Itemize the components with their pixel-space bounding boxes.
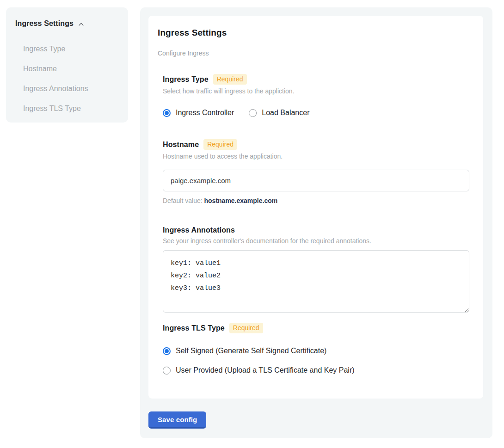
sidebar-item-ingress-annotations[interactable]: Ingress Annotations (23, 79, 119, 99)
radio-option-self-signed[interactable]: Self Signed (Generate Self Signed Certif… (163, 347, 469, 355)
hostname-default-line: Default value: hostname.example.com (163, 197, 469, 204)
sidebar-item-ingress-type[interactable]: Ingress Type (23, 39, 119, 59)
section-ingress-tls-type: Ingress TLS Type Required Self Signed (G… (163, 323, 469, 374)
radio-label: Ingress Controller (176, 109, 234, 117)
tls-type-label-row: Ingress TLS Type Required (163, 323, 469, 333)
page-subtitle: Configure Ingress (158, 49, 469, 57)
default-value-prefix: Default value: (163, 197, 204, 204)
ingress-settings-card: Ingress Settings Configure Ingress Ingre… (148, 16, 483, 399)
sidebar-item-ingress-tls-type[interactable]: Ingress TLS Type (23, 99, 119, 119)
radio-label: Load Balancer (262, 109, 309, 117)
sidebar-item-list: Ingress Type Hostname Ingress Annotation… (23, 39, 119, 119)
annotations-label: Ingress Annotations (163, 226, 235, 234)
radio-selected-icon[interactable] (163, 109, 171, 117)
required-badge: Required (229, 323, 263, 333)
section-hostname: Hostname Required Hostname used to acces… (163, 139, 469, 204)
settings-sidebar: Ingress Settings Ingress Type Hostname I… (6, 7, 128, 123)
annotations-label-row: Ingress Annotations (163, 226, 469, 234)
required-badge: Required (213, 74, 247, 85)
ingress-type-radio-group: Ingress Controller Load Balancer (163, 109, 469, 117)
annotations-textarea[interactable]: key1: value1 key2: value2 key3: value3 (163, 250, 469, 313)
section-ingress-annotations: Ingress Annotations See your ingress con… (163, 226, 469, 313)
radio-option-user-provided[interactable]: User Provided (Upload a TLS Certificate … (163, 366, 469, 374)
required-badge: Required (203, 139, 237, 150)
ingress-type-help: Select how traffic will ingress to the a… (163, 87, 469, 95)
hostname-input[interactable] (163, 170, 469, 191)
form-sections: Ingress Type Required Select how traffic… (163, 74, 469, 374)
chevron-up-icon (78, 21, 85, 28)
radio-unselected-icon[interactable] (249, 109, 257, 117)
radio-selected-icon[interactable] (163, 347, 171, 355)
sidebar-item-hostname[interactable]: Hostname (23, 59, 119, 79)
section-ingress-type: Ingress Type Required Select how traffic… (163, 74, 469, 117)
ingress-type-label: Ingress Type (163, 75, 209, 84)
tls-type-radio-group: Self Signed (Generate Self Signed Certif… (163, 347, 469, 374)
annotations-help: See your ingress controller's documentat… (163, 237, 469, 245)
radio-label: Self Signed (Generate Self Signed Certif… (176, 347, 326, 355)
radio-label: User Provided (Upload a TLS Certificate … (176, 366, 355, 374)
hostname-label: Hostname (163, 141, 199, 149)
tls-type-label: Ingress TLS Type (163, 324, 225, 332)
save-config-button[interactable]: Save config (148, 411, 206, 429)
page-title: Ingress Settings (158, 28, 469, 38)
radio-option-ingress-controller[interactable]: Ingress Controller (163, 109, 234, 117)
radio-unselected-icon[interactable] (163, 367, 171, 374)
page: Ingress Settings Ingress Type Hostname I… (0, 0, 504, 448)
sidebar-group-ingress-settings[interactable]: Ingress Settings (15, 19, 119, 28)
hostname-help: Hostname used to access the application. (163, 153, 469, 160)
default-value-text: hostname.example.com (204, 197, 278, 204)
hostname-label-row: Hostname Required (163, 139, 469, 150)
sidebar-group-label: Ingress Settings (15, 19, 74, 28)
ingress-type-label-row: Ingress Type Required (163, 74, 469, 85)
settings-panel: Ingress Settings Configure Ingress Ingre… (140, 7, 492, 438)
radio-option-load-balancer[interactable]: Load Balancer (249, 109, 309, 117)
